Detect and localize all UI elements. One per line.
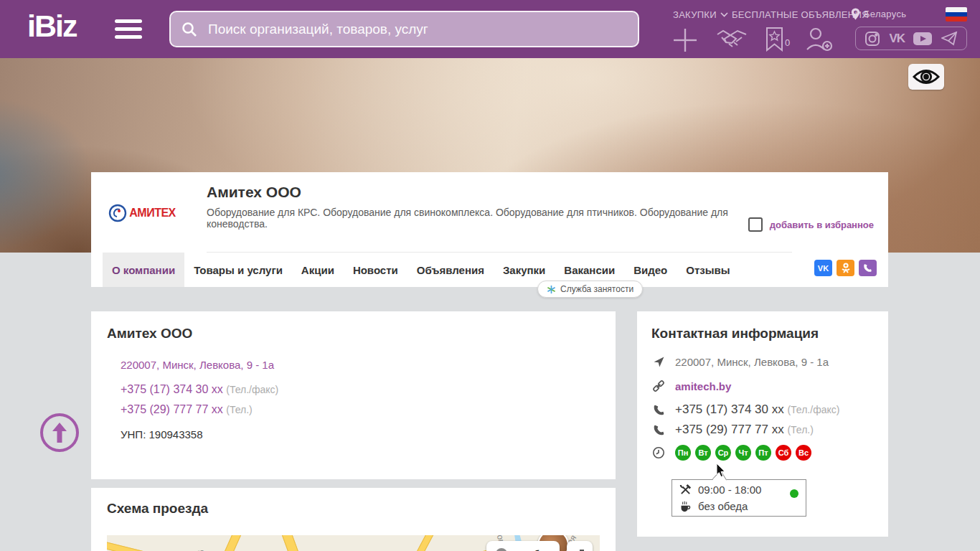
schedule-lunch-row: без обеда — [679, 500, 798, 512]
day-badge-mon[interactable]: Пн — [675, 445, 691, 461]
ibiz-logo[interactable]: iBiz — [27, 9, 76, 44]
traffic-label: Пробки — [514, 548, 550, 551]
contact-phone-1[interactable]: +375 (17) 374 30 xx — [675, 402, 784, 416]
day-badge-sun[interactable]: Вс — [796, 445, 811, 461]
phone-type-2: (Тел.) — [226, 404, 252, 415]
phone-icon — [653, 424, 665, 436]
map-road — [385, 535, 439, 551]
tab-products[interactable]: Товары и услуги — [184, 253, 292, 287]
schedule-lunch: без обеда — [698, 500, 748, 512]
schedule-hours: 09:00 - 18:00 — [698, 484, 761, 496]
phone-icon — [653, 404, 665, 416]
link-icon — [651, 379, 666, 393]
favorite-label: добавить в избранное — [770, 220, 874, 230]
contact-phone-2[interactable]: +375 (29) 777 77 xx — [675, 423, 784, 436]
arrow-up-icon — [52, 423, 67, 443]
company-logo-text: АМИТЕХ — [129, 207, 176, 220]
page: iBiz ЗАКУПКИ БЕСПЛАТНЫЕ ОБЪЯВЛЕНИЯ Белар… — [0, 0, 980, 551]
header: iBiz ЗАКУПКИ БЕСПЛАТНЫЕ ОБЪЯВЛЕНИЯ Белар… — [0, 0, 980, 58]
tab-about[interactable]: О компании — [103, 253, 184, 287]
unp-number: УНП: 190943358 — [121, 428, 203, 441]
tools-icon — [679, 484, 692, 496]
map-card: Схема проезда Карла Либкнехта ова ская П… — [91, 488, 616, 551]
day-badge-tue[interactable]: Вт — [695, 445, 711, 461]
favorites-bookmark-icon[interactable] — [765, 27, 784, 52]
coffee-cup-icon — [679, 500, 692, 512]
phone-row: +375 (29) 777 77 xx (Тел.) — [121, 403, 253, 416]
company-card: АМИТЕХ Амитех ООО Оборудование для КРС. … — [91, 172, 888, 287]
contact-address: 220007, Минск, Левкова, 9 - 1а — [675, 356, 829, 368]
traffic-button[interactable]: Пробки — [486, 541, 560, 551]
contact-phone-row: +375 (29) 777 77 xx (Тел.) — [651, 423, 814, 437]
menu-icon[interactable] — [115, 19, 142, 43]
register-person-icon[interactable] — [805, 27, 834, 53]
favorites-count: 0 — [785, 37, 790, 48]
contact-phone-2-type: (Тел.) — [787, 424, 813, 435]
website-link[interactable]: amitech.by — [675, 380, 731, 392]
company-social-links: VK — [814, 260, 877, 276]
location-pin-icon — [851, 8, 860, 20]
search-input[interactable] — [207, 21, 628, 38]
about-title: Амитех ООО — [107, 326, 192, 342]
mouse-cursor — [716, 463, 726, 478]
traffic-light-icon — [496, 548, 507, 551]
phone-type-1: (Тел./факс) — [226, 384, 278, 395]
vacancy-tooltip-label: Служба занятости — [560, 284, 633, 294]
viber-icon[interactable] — [859, 260, 877, 276]
procurement-link[interactable]: ЗАКУПКИ — [673, 9, 728, 20]
contact-phone-row: +375 (17) 374 30 xx (Тел./факс) — [651, 402, 839, 417]
day-badge-wed[interactable]: Ср — [715, 445, 731, 461]
telegram-icon[interactable] — [941, 31, 958, 46]
day-badge-sat[interactable]: Сб — [776, 445, 791, 461]
search-bar — [169, 11, 639, 47]
contact-title: Контактная информация — [651, 326, 819, 342]
tab-ads[interactable]: Объявления — [407, 253, 494, 287]
clock-icon — [652, 446, 665, 459]
contact-phone-1-type: (Тел./факс) — [787, 404, 839, 415]
language-flag-russian[interactable] — [946, 7, 967, 22]
vk-share-icon[interactable]: VK — [814, 260, 832, 276]
favorite-checkbox[interactable] — [748, 217, 763, 232]
vacancy-tooltip: Служба занятости — [537, 281, 643, 298]
working-days-row: Пн Вт Ср Чт Пт Сб Вс — [651, 445, 811, 461]
tab-promotions[interactable]: Акции — [292, 253, 344, 287]
map-street-label: Карла Либкнехта — [137, 547, 206, 551]
map-canvas[interactable]: Карла Либкнехта ова ская П Пробки — [107, 535, 600, 551]
search-icon — [181, 21, 198, 38]
accessibility-eye-button[interactable] — [908, 64, 944, 90]
country-selector[interactable]: Беларусь — [851, 8, 906, 20]
company-logo: АМИТЕХ — [104, 178, 180, 248]
schedule-tooltip: 09:00 - 18:00 без обеда — [672, 479, 806, 517]
youtube-icon[interactable] — [913, 32, 932, 46]
company-address-link[interactable]: 220007, Минск, Левкова, 9 - 1а — [121, 359, 274, 371]
day-badge-thu[interactable]: Чт — [735, 445, 751, 461]
map-road — [278, 535, 329, 551]
phone-link-2[interactable]: +375 (29) 777 77 xx — [121, 403, 223, 415]
instagram-icon[interactable] — [864, 31, 880, 47]
map-title: Схема проезда — [107, 501, 208, 517]
amitech-emblem-icon — [108, 204, 127, 222]
tab-reviews[interactable]: Отзывы — [677, 253, 739, 287]
chevron-down-icon — [720, 12, 728, 17]
company-name: Амитех ООО — [207, 184, 301, 201]
map-expand-button[interactable] — [567, 541, 593, 551]
handshake-icon[interactable] — [716, 29, 748, 51]
day-badges: Пн Вт Ср Чт Пт Сб Вс — [675, 445, 811, 461]
tab-news[interactable]: Новости — [344, 253, 407, 287]
phone-row: +375 (17) 374 30 xx (Тел./факс) — [121, 383, 278, 396]
eye-icon — [913, 67, 940, 86]
free-ads-link[interactable]: БЕСПЛАТНЫЕ ОБЪЯВЛЕНИЯ — [732, 9, 869, 20]
open-status-dot — [790, 489, 798, 498]
add-plus-icon[interactable] — [672, 27, 699, 54]
company-tabs: О компании Товары и услуги Акции Новости… — [103, 253, 740, 287]
map-road — [107, 537, 312, 551]
company-description: Оборудование для КРС. Оборудование для с… — [207, 207, 752, 230]
phone-link-1[interactable]: +375 (17) 374 30 xx — [121, 383, 223, 395]
odnoklassniki-icon[interactable] — [837, 260, 854, 276]
vk-icon[interactable]: VK — [890, 32, 905, 46]
send-arrow-icon — [653, 356, 665, 368]
schedule-hours-row: 09:00 - 18:00 — [679, 484, 798, 496]
add-to-favorites[interactable]: добавить в избранное — [748, 217, 874, 232]
scroll-to-top-button[interactable] — [40, 413, 79, 452]
day-badge-fri[interactable]: Пт — [755, 445, 771, 461]
